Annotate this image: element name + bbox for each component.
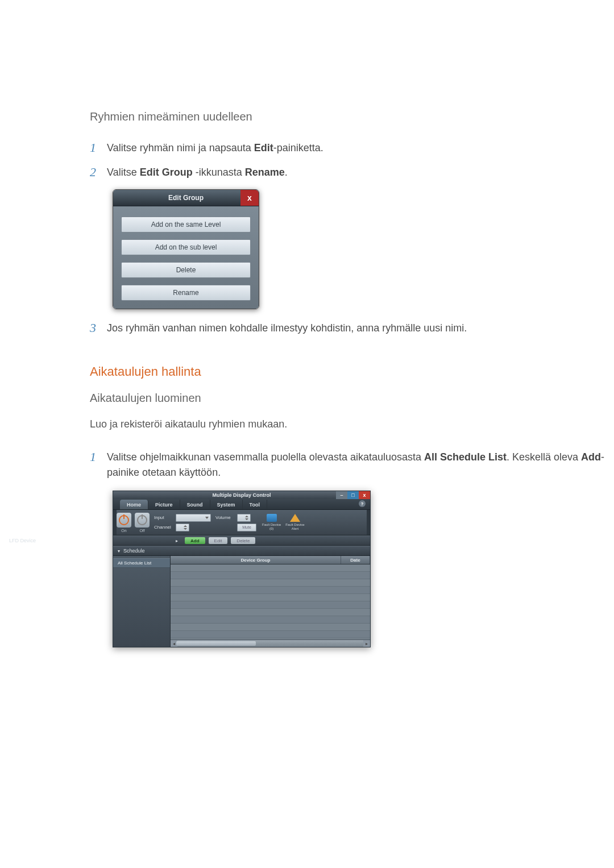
step-text: Valitse ryhmän nimi ja napsauta Edit-pai…	[107, 140, 323, 156]
label: Fault Device(0)	[262, 523, 281, 530]
label: On	[121, 529, 126, 533]
sidebar: All Schedule List	[113, 556, 171, 647]
chevron-down-icon: ▾	[118, 549, 120, 554]
dialog-close-button[interactable]: x	[240, 190, 259, 206]
text: -painiketta.	[273, 142, 323, 153]
power-icon	[119, 515, 129, 525]
label-input: Input	[154, 515, 173, 520]
window-buttons: – □ x	[336, 491, 370, 499]
channel-spinner[interactable]	[176, 524, 189, 531]
mdc-window: Multiple Display Control – □ x Home Pict…	[113, 491, 371, 647]
add-button[interactable]: Add	[185, 537, 205, 544]
edit-button[interactable]: Edit	[209, 537, 228, 544]
step-text: Valitse ohjelmaikkunan vasemmalla puolel…	[107, 450, 614, 480]
sidebar-item-all-schedule[interactable]: All Schedule List	[113, 558, 170, 568]
input-select[interactable]	[176, 514, 211, 522]
section-label: Schedule	[123, 548, 145, 554]
window-title: Multiple Display Control	[212, 492, 271, 498]
power-off-button[interactable]	[135, 513, 150, 528]
dialog-titlebar: Edit Group x	[113, 190, 259, 206]
tab-system[interactable]: System	[210, 500, 243, 509]
scroll-right-icon[interactable]: ▸	[363, 640, 370, 647]
bold: Edit	[254, 142, 273, 153]
tab-picture[interactable]: Picture	[148, 500, 180, 509]
step-text: Valitse Edit Group -ikkunasta Rename.	[107, 165, 288, 180]
table-row	[171, 609, 370, 616]
edit-group-dialog: Edit Group x Add on the same Level Add o…	[113, 189, 259, 309]
table-row	[171, 631, 370, 638]
label: Off	[139, 529, 144, 533]
volume-spinner[interactable]	[237, 514, 251, 522]
tab-home[interactable]: Home	[120, 500, 148, 509]
ribbon-tabs: Home Picture Sound System Tool ?	[113, 499, 370, 510]
dialog-title: Edit Group	[168, 194, 204, 202]
table-row	[171, 616, 370, 624]
section-label: LFD Device	[9, 538, 36, 543]
label: Fault DeviceAlert	[285, 523, 304, 530]
tab-tool[interactable]: Tool	[243, 500, 267, 509]
schedule-bar[interactable]: ▾ Schedule	[113, 546, 370, 556]
heading-rename-groups: Ryhmien nimeäminen uudelleen	[90, 110, 614, 123]
text: Valitse ryhmän nimi ja napsauta	[107, 142, 254, 153]
table-row	[171, 564, 370, 572]
steps-schedule-list: 1 Valitse ohjelmaikkunan vasemmalla puol…	[90, 450, 614, 480]
content-area: Device Group Date	[171, 556, 370, 647]
tab-sound[interactable]: Sound	[180, 500, 210, 509]
bold: All Schedule List	[424, 451, 507, 463]
table-row	[171, 601, 370, 609]
add-same-level-button[interactable]: Add on the same Level	[121, 217, 251, 232]
help-button[interactable]: ?	[359, 500, 366, 507]
bold: Edit Group	[140, 167, 193, 178]
ribbon-toolbar: On Off Input Channel	[113, 510, 370, 535]
col-date[interactable]: Date	[341, 556, 370, 564]
window-minimize-button[interactable]: –	[336, 491, 347, 499]
dialog-body: Add on the same Level Add on the sub lev…	[113, 206, 259, 309]
steps-rename-list-cont: 3 Jos ryhmän vanhan nimen kohdalle ilmes…	[90, 321, 614, 336]
power-on-button[interactable]	[117, 513, 131, 528]
table-row	[171, 594, 370, 601]
fault-device-icon[interactable]	[267, 514, 277, 522]
rename-button[interactable]: Rename	[121, 285, 251, 301]
text: Valitse	[107, 167, 140, 178]
steps-rename-list: 1 Valitse ryhmän nimi ja napsauta Edit-p…	[90, 140, 614, 180]
text: Valitse ohjelmaikkunan vasemmalla puolel…	[107, 451, 424, 463]
close-icon: x	[247, 193, 252, 202]
step-number: 1	[90, 450, 107, 464]
toolbar-handle-left[interactable]	[113, 510, 117, 535]
window-close-button[interactable]: x	[359, 491, 370, 499]
horizontal-scrollbar[interactable]: ◂ ▸	[171, 639, 370, 647]
bold: Add	[581, 451, 601, 463]
table-row	[171, 572, 370, 579]
delete-button[interactable]: Delete	[121, 262, 251, 278]
text: . Keskellä oleva	[507, 451, 581, 463]
main-area: All Schedule List Device Group Date	[113, 556, 370, 647]
heading-schedule-mgmt: Aikataulujen hallinta	[90, 364, 614, 379]
text: .	[285, 167, 288, 178]
label-volume: Volume	[215, 515, 235, 520]
delete-button[interactable]: Delete	[231, 537, 255, 544]
chevron-right-icon: ▸	[176, 538, 178, 543]
table-row	[171, 579, 370, 587]
col-device-group[interactable]: Device Group	[171, 556, 341, 564]
window-titlebar: Multiple Display Control – □ x	[113, 491, 370, 499]
label-channel: Channel	[154, 525, 173, 530]
window-maximize-button[interactable]: □	[347, 491, 359, 499]
bold: Rename	[245, 167, 285, 178]
grid-body	[171, 564, 370, 639]
intro-text: Luo ja rekisteröi aikataulu ryhmien muka…	[90, 418, 614, 430]
toolbar-handle-right[interactable]	[367, 510, 370, 535]
step-number: 3	[90, 321, 107, 335]
fault-alert-icon[interactable]	[290, 514, 300, 522]
step-number: 2	[90, 165, 107, 180]
table-row	[171, 624, 370, 631]
heading-create-schedules: Aikataulujen luominen	[90, 392, 614, 405]
grid-header: Device Group Date	[171, 556, 370, 564]
power-icon	[137, 515, 147, 525]
mute-button[interactable]: Mute	[237, 524, 256, 531]
warning-icon	[290, 514, 300, 522]
step-text: Jos ryhmän vanhan nimen kohdalle ilmesty…	[107, 321, 467, 336]
table-row	[171, 587, 370, 594]
scroll-thumb[interactable]	[176, 641, 256, 646]
add-sub-level-button[interactable]: Add on the sub level	[121, 239, 251, 255]
step-number: 1	[90, 140, 107, 155]
